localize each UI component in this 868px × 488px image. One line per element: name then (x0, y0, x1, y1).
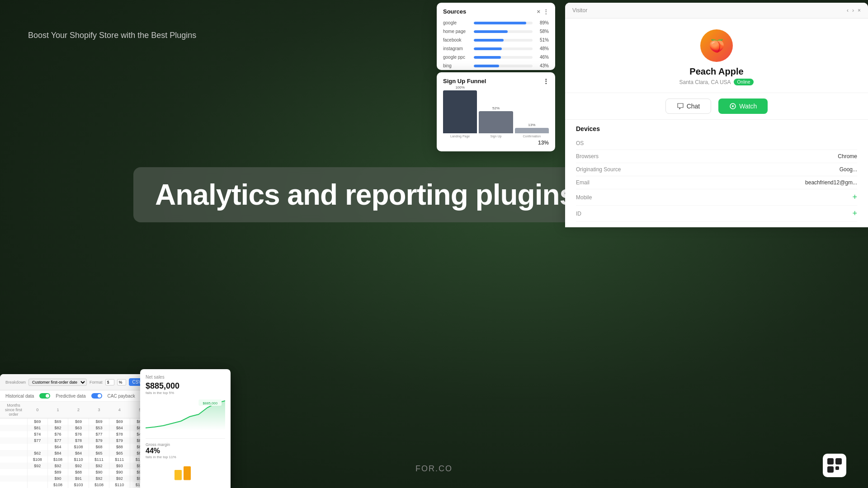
sources-row-label: bing (443, 63, 470, 68)
table-cell: $111 (109, 456, 130, 463)
gross-margin-value: 44% (146, 447, 225, 455)
table-cell: $111 (89, 456, 109, 463)
sources-row-label: google (443, 20, 470, 25)
funnel-bar (515, 128, 549, 133)
sources-menu-icon[interactable]: ⋮ (543, 8, 549, 15)
table-cell: $74 (27, 431, 47, 437)
sources-row: bing 43% (437, 61, 555, 70)
net-sales-panel: Net sales $885,000 falls in the top 5% $… (140, 369, 231, 488)
sources-row: home page 58% (437, 27, 555, 36)
profile-detail-label: Email (576, 179, 590, 186)
add-icon[interactable]: + (852, 209, 857, 218)
table-cell (27, 475, 47, 482)
profile-location: Santa Clara, CA USA Online (679, 79, 754, 85)
table-cell: $92 (89, 463, 109, 469)
format-input-pct[interactable] (117, 379, 126, 385)
table-row-label (0, 418, 27, 425)
breakdown-select[interactable]: Customer first-order date (28, 379, 87, 386)
table-cell: $92 (109, 475, 130, 482)
svg-point-5 (732, 105, 734, 107)
funnel-bar-group: 52% Sign Up (479, 106, 513, 138)
svg-rect-1 (835, 458, 842, 465)
table-row-label (0, 444, 27, 450)
profile-detail-label: Originating Source (576, 166, 621, 173)
svg-rect-3 (835, 466, 839, 470)
profile-detail-row: OS (576, 137, 857, 150)
table-cell: $77 (47, 437, 68, 444)
table-row-label (0, 463, 27, 469)
table-header-cell: 3 (89, 402, 109, 418)
profile-detail-label: ID (576, 211, 581, 217)
table-cell: $84 (109, 425, 130, 431)
table-cell: $77 (89, 431, 109, 437)
profile-detail-value: Goog... (840, 166, 857, 173)
gross-margin-chart (146, 463, 225, 481)
funnel-bar-label-top: 52% (492, 106, 500, 110)
sources-bar (474, 47, 502, 50)
profile-detail-row: Email beachfriend12@gm... (576, 176, 857, 189)
historical-label: Historical data (5, 394, 34, 399)
table-header-cell: 0 (27, 402, 47, 418)
prev-icon[interactable]: ‹ (847, 7, 849, 14)
format-input-dollar[interactable] (105, 379, 114, 385)
table-row-label (0, 456, 27, 463)
sources-row-pct: 89% (536, 20, 549, 25)
table-cell: $65 (89, 450, 109, 456)
sources-row-pct: 46% (536, 55, 549, 60)
table-cell: $63 (68, 425, 89, 431)
sources-bar-container (474, 65, 533, 67)
historical-toggle[interactable] (39, 393, 50, 399)
sources-row: google 89% (437, 19, 555, 27)
table-cell: $69 (68, 418, 89, 425)
net-sales-chart: $885,000 (146, 399, 225, 435)
chat-button[interactable]: Chat (665, 99, 712, 114)
bottom-logo (823, 454, 846, 477)
svg-rect-2 (827, 466, 834, 473)
profile-top-bar-actions: ‹ › × (847, 7, 861, 14)
logo-icon (826, 457, 843, 474)
sources-bar-container (474, 56, 533, 59)
devices-section-title: Devices (576, 125, 857, 132)
profile-detail-label: OS (576, 140, 584, 146)
table-cell: $92 (27, 463, 47, 469)
sources-close-icon[interactable]: × (537, 8, 540, 15)
table-cell: $69 (109, 418, 130, 425)
funnel-bar-label-bottom: Landing Page (450, 135, 470, 138)
table-row-label (0, 425, 27, 431)
next-icon[interactable]: › (852, 7, 854, 14)
table-cell: $103 (68, 482, 89, 488)
sources-bar (474, 39, 504, 42)
sources-row-pct: 43% (536, 63, 549, 68)
funnel-bar-label-bottom: Sign Up (491, 135, 502, 138)
profile-detail-label: Browsers (576, 153, 599, 160)
sources-bar (474, 65, 499, 67)
table-cell: $69 (47, 418, 68, 425)
watch-button[interactable]: Watch (718, 99, 768, 114)
table-header-cell: 1 (47, 402, 68, 418)
table-cell: $108 (68, 444, 89, 450)
funnel-bar-group: 13% Confirmation (515, 123, 549, 138)
table-cell: $69 (27, 418, 47, 425)
table-cell: $76 (68, 431, 89, 437)
table-header-cell: 4 (109, 402, 130, 418)
profile-top-bar-label: Visitor (572, 7, 587, 14)
table-cell: $79 (109, 437, 130, 444)
table-cell (27, 469, 47, 475)
sources-row-pct: 51% (536, 38, 549, 42)
sources-bar (474, 22, 526, 24)
table-cell: $91 (68, 475, 89, 482)
predictive-toggle[interactable] (91, 393, 102, 399)
close-profile-icon[interactable]: × (858, 7, 861, 14)
funnel-menu-icon[interactable]: ⋮ (543, 78, 549, 84)
sources-bar-container (474, 39, 533, 42)
cac-label: CAC payback (108, 394, 135, 399)
table-header-cell: 2 (68, 402, 89, 418)
profile-actions: Chat Watch (565, 93, 868, 120)
add-icon[interactable]: + (852, 192, 857, 202)
watch-icon (729, 103, 736, 110)
funnel-bar (443, 90, 477, 133)
table-cell: $81 (27, 425, 47, 431)
sources-row-pct: 58% (536, 29, 549, 34)
funnel-bar-label-top: 13% (528, 123, 535, 127)
table-row-label (0, 475, 27, 482)
